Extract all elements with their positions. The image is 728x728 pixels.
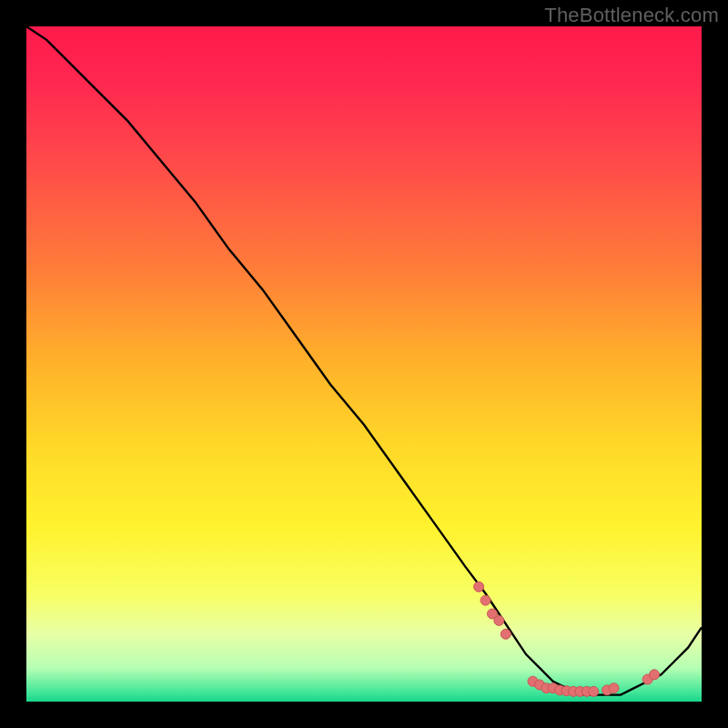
curve-marker-dot — [609, 683, 619, 693]
curve-marker-dot — [650, 670, 660, 680]
curve-marker-dot — [480, 595, 490, 605]
curve-marker-dot — [589, 686, 599, 696]
curve-marker-dot — [474, 581, 484, 592]
chart-plot-area — [26, 26, 702, 702]
chart-frame: TheBottleneck.com — [0, 0, 728, 728]
curve-marker-dot — [494, 615, 504, 625]
watermark-text: TheBottleneck.com — [544, 4, 719, 27]
chart-svg — [26, 26, 702, 702]
curve-marker-dot — [500, 629, 511, 639]
chart-background — [26, 26, 702, 702]
